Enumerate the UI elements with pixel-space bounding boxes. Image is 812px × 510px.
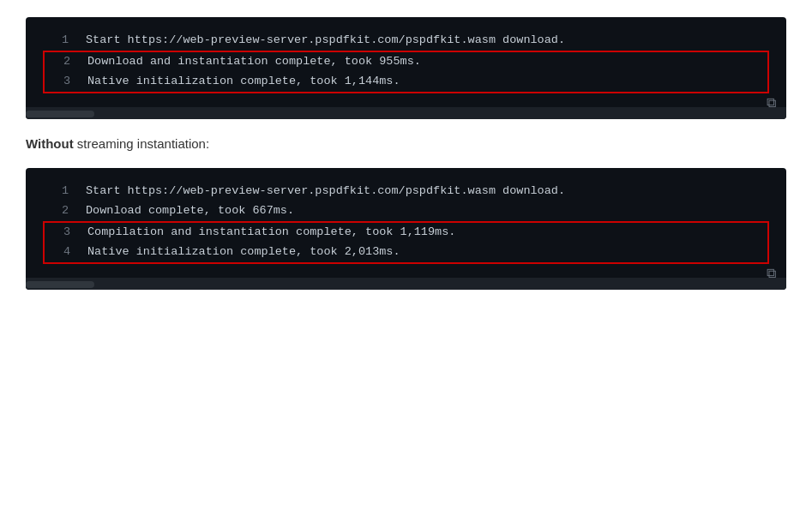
line-number: 1: [43, 31, 69, 51]
code-line-1-1: 1 Start https://web-preview-server.pspdf…: [43, 31, 769, 51]
code-block-1: 1 Start https://web-preview-server.pspdf…: [26, 17, 786, 119]
scrollbar-track-2: [26, 281, 786, 288]
line-text: Download complete, took 667ms.: [86, 201, 294, 221]
code-block-wrapper-1: 1 Start https://web-preview-server.pspdf…: [26, 17, 786, 119]
highlight-box-2: 3 Compilation and instantiation complete…: [43, 221, 769, 264]
line-number: 3: [45, 223, 70, 243]
line-text: Start https://web-preview-server.pspdfki…: [86, 182, 565, 201]
code-line-1-3: 3 Native initialization complete, took 1…: [45, 72, 767, 92]
separator-text: Without streaming instantiation:: [26, 136, 786, 151]
line-text: Native initialization complete, took 1,1…: [87, 72, 400, 92]
code-content-2: 1 Start https://web-preview-server.pspdf…: [26, 168, 786, 278]
separator-bold: Without: [26, 136, 74, 151]
scrollbar-2[interactable]: [26, 278, 786, 290]
line-number: 2: [43, 201, 69, 221]
line-text: Start https://web-preview-server.pspdfki…: [86, 31, 565, 51]
separator-rest: streaming instantiation:: [74, 136, 209, 151]
code-line-1-2: 2 Download and instantiation complete, t…: [45, 52, 767, 72]
scrollbar-thumb-2[interactable]: [26, 281, 94, 288]
line-number: 4: [45, 243, 70, 262]
line-text: Compilation and instantiation complete, …: [87, 223, 455, 243]
line-text: Native initialization complete, took 2,0…: [87, 243, 400, 262]
code-block-wrapper-2: 1 Start https://web-preview-server.pspdf…: [26, 168, 786, 290]
line-number: 2: [45, 52, 70, 72]
code-line-2-4: 4 Native initialization complete, took 2…: [45, 243, 767, 262]
code-line-2-1: 1 Start https://web-preview-server.pspdf…: [43, 182, 769, 201]
code-block-2: 1 Start https://web-preview-server.pspdf…: [26, 168, 786, 290]
code-line-2-2: 2 Download complete, took 667ms.: [43, 201, 769, 221]
scrollbar-track: [26, 111, 786, 117]
line-text: Download and instantiation complete, too…: [87, 52, 421, 72]
line-number: 3: [45, 72, 70, 92]
scrollbar-thumb[interactable]: [26, 111, 94, 117]
code-content-1: 1 Start https://web-preview-server.pspdf…: [26, 17, 786, 107]
line-number: 1: [43, 182, 69, 201]
highlight-box-1: 2 Download and instantiation complete, t…: [43, 51, 769, 93]
scrollbar-1[interactable]: [26, 107, 786, 119]
code-line-2-3: 3 Compilation and instantiation complete…: [45, 223, 767, 243]
